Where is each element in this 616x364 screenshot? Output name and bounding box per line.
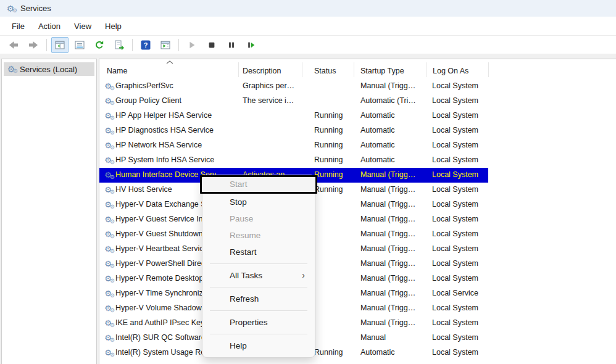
table-row[interactable]: ⚙⚙ Hyper-V PowerShell Direct Manual (Tri… xyxy=(99,257,616,271)
table-row[interactable]: ⚙⚙ Hyper-V Volume Shadow C Manual (Trigg… xyxy=(99,301,616,316)
menu-help[interactable]: Help xyxy=(98,19,128,33)
column-divider[interactable] xyxy=(488,62,489,77)
pause-service-button[interactable] xyxy=(223,37,240,53)
services-app-icon: ⚙⚙ xyxy=(6,4,15,14)
window-title: Services xyxy=(20,4,51,13)
properties-icon xyxy=(75,40,85,50)
service-gear-icon: ⚙⚙ xyxy=(103,259,113,269)
table-row[interactable]: ⚙⚙ IKE and AuthIP IPsec Keyin Manual (Tr… xyxy=(99,316,616,331)
table-row[interactable]: ⚙⚙ HP System Info HSA Service Running Au… xyxy=(99,153,616,168)
service-gear-icon: ⚙⚙ xyxy=(103,185,113,195)
service-logon: Local System xyxy=(432,215,478,223)
table-row[interactable]: ⚙⚙ GraphicsPerfSvc Graphics per… Manual … xyxy=(99,79,616,94)
service-logon: Local System xyxy=(432,185,478,194)
table-row[interactable]: ⚙⚙ Hyper-V Guest Shutdown S Manual (Trig… xyxy=(99,227,616,242)
table-row[interactable]: ⚙⚙ Hyper-V Heartbeat Service Manual (Tri… xyxy=(99,242,616,257)
service-gear-icon: ⚙⚙ xyxy=(103,141,113,151)
column-header-description[interactable]: Description xyxy=(243,67,281,75)
service-logon: Local System xyxy=(432,170,478,179)
menu-action[interactable]: Action xyxy=(31,19,67,33)
service-status: Running xyxy=(314,348,343,357)
export-list-button[interactable] xyxy=(110,37,128,53)
service-name: Hyper-V Heartbeat Service xyxy=(115,244,207,253)
service-logon: Local System xyxy=(432,200,478,209)
restart-service-button[interactable] xyxy=(243,37,260,53)
service-name: GraphicsPerfSvc xyxy=(115,81,173,90)
show-console-tree-button[interactable] xyxy=(51,37,69,53)
table-row[interactable]: ⚙⚙ Hyper-V Data Exchange Serv Manual (Tr… xyxy=(99,197,616,212)
service-name: Hyper-V Guest Service Inte xyxy=(115,215,209,223)
service-logon: Local System xyxy=(432,244,478,253)
service-name: IKE and AuthIP IPsec Keyin xyxy=(115,318,210,327)
service-logon: Local System xyxy=(432,81,478,90)
sidebar-item-services-local[interactable]: ⚙⚙ Services (Local) xyxy=(4,62,94,76)
service-logon: Local System xyxy=(432,111,478,120)
service-gear-icon: ⚙⚙ xyxy=(103,348,113,358)
properties-button[interactable] xyxy=(71,37,88,53)
column-header-log-on-as[interactable]: Log On As xyxy=(433,67,468,75)
titlebar: ⚙⚙ Services xyxy=(0,0,616,17)
service-startup-type: Automatic xyxy=(360,155,395,164)
service-name: HP Network HSA Service xyxy=(115,141,202,149)
table-row[interactable]: ⚙⚙ Hyper-V Remote Desktop V Manual (Trig… xyxy=(99,271,616,286)
table-row[interactable]: ⚙⚙ Human Interface Device Serv Activates… xyxy=(99,168,616,183)
context-menu-item-pause: Pause xyxy=(202,210,315,227)
table-row[interactable]: ⚙⚙ HP Diagnostics HSA Service Running Au… xyxy=(99,123,616,138)
service-logon: Local System xyxy=(432,155,478,164)
service-logon: Local System xyxy=(432,304,478,312)
stop-service-button[interactable] xyxy=(203,37,220,53)
start-service-button[interactable] xyxy=(183,37,201,53)
column-divider[interactable] xyxy=(427,62,427,77)
service-gear-icon: ⚙⚙ xyxy=(103,126,113,136)
back-button[interactable] xyxy=(5,37,22,53)
table-row[interactable]: ⚙⚙ Group Policy Client The service i… Au… xyxy=(99,94,616,109)
service-gear-icon: ⚙⚙ xyxy=(103,96,113,106)
table-row[interactable]: ⚙⚙ Hyper-V Time Synchronizat Manual (Tri… xyxy=(99,286,616,301)
service-gear-icon: ⚙⚙ xyxy=(103,170,113,180)
service-startup-type: Manual (Trigg… xyxy=(360,244,415,253)
table-row[interactable]: ⚙⚙ Intel(R) SUR QC Software A Manual Loc… xyxy=(99,331,616,345)
table-row[interactable]: ⚙⚙ Intel(R) System Usage Rep Running Aut… xyxy=(99,345,616,360)
table-row[interactable]: ⚙⚙ Internet Connection Sharin Provides n… xyxy=(99,360,616,364)
context-menu-item-all-tasks[interactable]: All Tasks› xyxy=(202,267,315,284)
service-name: Hyper-V Remote Desktop V xyxy=(115,274,210,283)
forward-button[interactable] xyxy=(25,37,42,53)
service-gear-icon: ⚙⚙ xyxy=(103,274,113,284)
service-logon: Local System xyxy=(432,141,478,149)
help-button[interactable]: ? xyxy=(137,37,154,53)
context-menu-item-restart[interactable]: Restart xyxy=(202,244,315,260)
service-logon: Local System xyxy=(432,318,478,327)
column-header-name[interactable]: Name xyxy=(107,67,127,75)
extended-view-button[interactable] xyxy=(157,37,174,53)
service-startup-type: Manual (Trigg… xyxy=(360,289,415,297)
context-menu-item-help[interactable]: Help xyxy=(202,337,315,354)
service-gear-icon: ⚙⚙ xyxy=(103,215,113,225)
column-divider[interactable] xyxy=(354,62,354,77)
table-row[interactable]: ⚙⚙ HP Network HSA Service Running Automa… xyxy=(99,138,616,153)
start-service-icon xyxy=(188,41,196,49)
column-divider[interactable] xyxy=(238,62,239,77)
column-divider[interactable] xyxy=(302,62,302,77)
service-logon: Local Service xyxy=(432,289,478,297)
service-startup-type: Manual (Trigg… xyxy=(360,274,415,283)
service-logon: Local System xyxy=(432,96,478,105)
service-startup-type: Manual (Trigg… xyxy=(360,259,415,268)
menu-file[interactable]: File xyxy=(5,19,31,33)
extended-view-icon xyxy=(160,40,170,50)
table-row[interactable]: ⚙⚙ Hyper-V Guest Service Inte Manual (Tr… xyxy=(99,212,616,227)
service-status: Running xyxy=(314,111,343,120)
service-startup-type: Automatic xyxy=(360,111,395,120)
column-header-startup-type[interactable]: Startup Type xyxy=(360,67,404,75)
table-row[interactable]: ⚙⚙ HV Host Service Running Manual (Trigg… xyxy=(99,183,616,197)
context-menu-item-stop[interactable]: Stop xyxy=(202,194,315,210)
service-status: Running xyxy=(314,126,343,134)
menu-view[interactable]: View xyxy=(67,19,98,33)
column-header-status[interactable]: Status xyxy=(314,67,336,75)
context-menu-item-properties[interactable]: Properties xyxy=(202,314,315,331)
context-menu-item-resume: Resume xyxy=(202,227,315,244)
console-tree-panel: ⚙⚙ Services (Local) xyxy=(1,59,97,364)
refresh-button[interactable] xyxy=(91,37,108,53)
table-row[interactable]: ⚙⚙ HP App Helper HSA Service Running Aut… xyxy=(99,109,616,123)
context-menu-item-refresh[interactable]: Refresh xyxy=(202,291,315,307)
export-list-icon xyxy=(114,40,124,50)
